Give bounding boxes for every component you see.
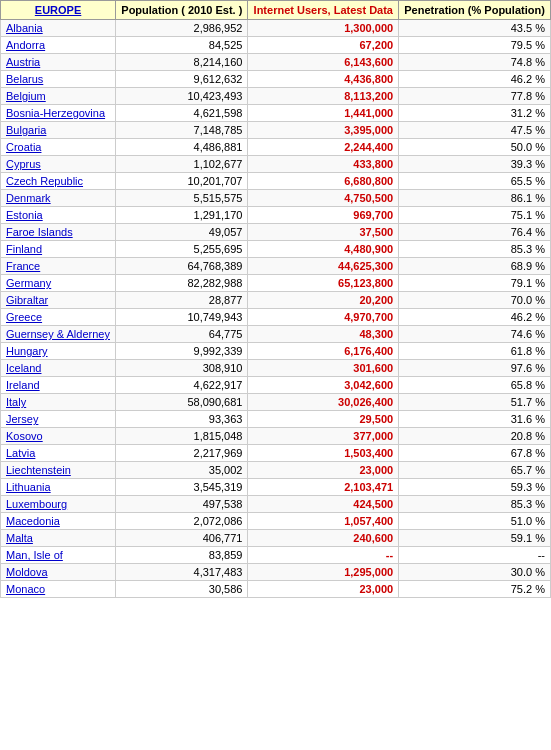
country-cell[interactable]: Germany (1, 275, 116, 292)
country-cell[interactable]: Lithuania (1, 479, 116, 496)
population-cell: 9,612,632 (116, 71, 248, 88)
penetration-cell: 46.2 % (399, 71, 551, 88)
internet-cell: 424,500 (248, 496, 399, 513)
country-cell[interactable]: Latvia (1, 445, 116, 462)
country-cell[interactable]: Macedonia (1, 513, 116, 530)
table-row: Iceland308,910301,60097.6 % (1, 360, 551, 377)
population-cell: 308,910 (116, 360, 248, 377)
country-cell[interactable]: Croatia (1, 139, 116, 156)
penetration-cell: 67.8 % (399, 445, 551, 462)
internet-cell: 20,200 (248, 292, 399, 309)
population-cell: 93,363 (116, 411, 248, 428)
penetration-cell: 31.6 % (399, 411, 551, 428)
internet-cell: 67,200 (248, 37, 399, 54)
table-row: Latvia2,217,9691,503,40067.8 % (1, 445, 551, 462)
internet-cell: 969,700 (248, 207, 399, 224)
country-cell[interactable]: Austria (1, 54, 116, 71)
table-row: Macedonia2,072,0861,057,40051.0 % (1, 513, 551, 530)
table-row: Croatia4,486,8812,244,40050.0 % (1, 139, 551, 156)
internet-cell: 3,042,600 (248, 377, 399, 394)
penetration-cell: 59.1 % (399, 530, 551, 547)
country-cell[interactable]: Man, Isle of (1, 547, 116, 564)
population-cell: 2,072,086 (116, 513, 248, 530)
country-cell[interactable]: France (1, 258, 116, 275)
penetration-cell: 47.5 % (399, 122, 551, 139)
internet-cell: 6,680,800 (248, 173, 399, 190)
population-cell: 3,545,319 (116, 479, 248, 496)
country-cell[interactable]: Ireland (1, 377, 116, 394)
country-cell[interactable]: Iceland (1, 360, 116, 377)
population-cell: 2,986,952 (116, 20, 248, 37)
population-cell: 58,090,681 (116, 394, 248, 411)
penetration-cell: 30.0 % (399, 564, 551, 581)
country-cell[interactable]: Jersey (1, 411, 116, 428)
country-cell[interactable]: Albania (1, 20, 116, 37)
table-row: Gibraltar28,87720,20070.0 % (1, 292, 551, 309)
table-row: Belgium10,423,4938,113,20077.8 % (1, 88, 551, 105)
internet-cell: 377,000 (248, 428, 399, 445)
internet-cell: 4,750,500 (248, 190, 399, 207)
internet-cell: 48,300 (248, 326, 399, 343)
population-cell: 9,992,339 (116, 343, 248, 360)
internet-cell: 2,103,471 (248, 479, 399, 496)
country-cell[interactable]: Andorra (1, 37, 116, 54)
country-cell[interactable]: Cyprus (1, 156, 116, 173)
country-cell[interactable]: Gibraltar (1, 292, 116, 309)
table-row: France64,768,38944,625,30068.9 % (1, 258, 551, 275)
table-row: Guernsey & Alderney64,77548,30074.6 % (1, 326, 551, 343)
country-cell[interactable]: Hungary (1, 343, 116, 360)
table-row: Cyprus1,102,677433,80039.3 % (1, 156, 551, 173)
country-cell[interactable]: Estonia (1, 207, 116, 224)
penetration-cell: 31.2 % (399, 105, 551, 122)
population-cell: 10,201,707 (116, 173, 248, 190)
country-cell[interactable]: Guernsey & Alderney (1, 326, 116, 343)
population-cell: 28,877 (116, 292, 248, 309)
population-cell: 64,775 (116, 326, 248, 343)
country-cell[interactable]: Belgium (1, 88, 116, 105)
country-cell[interactable]: Italy (1, 394, 116, 411)
penetration-cell: 79.5 % (399, 37, 551, 54)
internet-cell: 1,441,000 (248, 105, 399, 122)
table-row: Ireland4,622,9173,042,60065.8 % (1, 377, 551, 394)
population-cell: 64,768,389 (116, 258, 248, 275)
table-row: Moldova4,317,4831,295,00030.0 % (1, 564, 551, 581)
country-cell[interactable]: Greece (1, 309, 116, 326)
population-cell: 4,621,598 (116, 105, 248, 122)
country-cell[interactable]: Finland (1, 241, 116, 258)
internet-cell: 4,480,900 (248, 241, 399, 258)
country-cell[interactable]: Moldova (1, 564, 116, 581)
country-cell[interactable]: Bulgaria (1, 122, 116, 139)
country-cell[interactable]: Belarus (1, 71, 116, 88)
country-cell[interactable]: Liechtenstein (1, 462, 116, 479)
table-row: Bosnia-Herzegovina4,621,5981,441,00031.2… (1, 105, 551, 122)
population-cell: 1,815,048 (116, 428, 248, 445)
country-cell[interactable]: Denmark (1, 190, 116, 207)
country-cell[interactable]: Luxembourg (1, 496, 116, 513)
table-row: Hungary9,992,3396,176,40061.8 % (1, 343, 551, 360)
population-cell: 83,859 (116, 547, 248, 564)
population-cell: 7,148,785 (116, 122, 248, 139)
penetration-cell: 77.8 % (399, 88, 551, 105)
penetration-cell: 61.8 % (399, 343, 551, 360)
table-row: Czech Republic10,201,7076,680,80065.5 % (1, 173, 551, 190)
europe-column-header[interactable]: EUROPE (1, 1, 116, 20)
penetration-cell: 59.3 % (399, 479, 551, 496)
internet-cell: 8,113,200 (248, 88, 399, 105)
penetration-cell: 76.4 % (399, 224, 551, 241)
country-cell[interactable]: Monaco (1, 581, 116, 598)
country-cell[interactable]: Czech Republic (1, 173, 116, 190)
internet-cell: 1,503,400 (248, 445, 399, 462)
internet-cell: 433,800 (248, 156, 399, 173)
country-cell[interactable]: Kosovo (1, 428, 116, 445)
country-cell[interactable]: Faroe Islands (1, 224, 116, 241)
country-cell[interactable]: Bosnia-Herzegovina (1, 105, 116, 122)
penetration-cell: 20.8 % (399, 428, 551, 445)
population-cell: 5,255,695 (116, 241, 248, 258)
country-cell[interactable]: Malta (1, 530, 116, 547)
population-cell: 82,282,988 (116, 275, 248, 292)
internet-cell: 29,500 (248, 411, 399, 428)
table-row: Estonia1,291,170969,70075.1 % (1, 207, 551, 224)
table-row: Luxembourg497,538424,50085.3 % (1, 496, 551, 513)
penetration-cell: 50.0 % (399, 139, 551, 156)
penetration-cell: 79.1 % (399, 275, 551, 292)
